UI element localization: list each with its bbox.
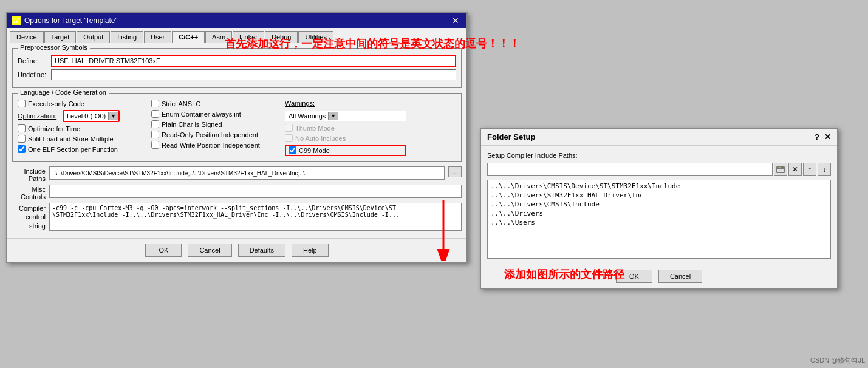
no-auto-check[interactable] — [285, 134, 293, 142]
cancel-button[interactable]: Cancel — [188, 244, 231, 257]
app-icon: W — [12, 16, 21, 25]
define-row: Define: — [18, 55, 456, 67]
list-item[interactable]: ..\..\Drivers\CMSIS\Device\ST\STM32F1xx\… — [489, 182, 829, 191]
language-group: Language / Code Generation Execute-only … — [12, 93, 462, 162]
enum-container-row: Enum Container always int — [151, 110, 285, 118]
tab-cpp[interactable]: C/C++ — [172, 31, 205, 43]
plain-char-check[interactable] — [151, 120, 159, 128]
readonly-pos-row: Read-Only Position Independent — [151, 131, 285, 138]
misc-input[interactable] — [49, 185, 462, 198]
folder-titlebar: Folder Setup ? ✕ — [481, 129, 837, 146]
optimize-time-label: Optimize for Time — [28, 125, 80, 132]
lang-section: Execute-only Code Optimization: Level 0 … — [18, 100, 456, 156]
dialog-body: Preprocessor Symbols Define: Undefine: L… — [7, 43, 466, 238]
misc-label: MiscControls — [12, 185, 46, 200]
thumb-mode-check[interactable] — [285, 124, 293, 132]
optimization-select[interactable]: Level 0 (-O0) ▼ — [63, 110, 120, 122]
readonly-pos-check[interactable] — [151, 131, 159, 138]
define-label: Define: — [18, 57, 51, 64]
defaults-button[interactable]: Defaults — [238, 244, 285, 257]
tab-listing[interactable]: Listing — [111, 31, 143, 43]
misc-row: MiscControls — [12, 185, 462, 200]
include-paths-row: IncludePaths ... — [12, 166, 462, 182]
language-content: Execute-only Code Optimization: Level 0 … — [18, 100, 456, 156]
titlebar-left: W Options for Target 'Template' — [12, 16, 117, 25]
folder-close-button[interactable]: ✕ — [824, 132, 831, 141]
split-load-check[interactable] — [18, 135, 26, 143]
main-titlebar: W Options for Target 'Template' ✕ — [7, 13, 466, 28]
ok-button[interactable]: OK — [145, 244, 182, 257]
tab-target[interactable]: Target — [44, 31, 77, 43]
c99-check[interactable] — [289, 146, 296, 154]
folder-titlebar-right: ? ✕ — [815, 132, 831, 141]
folder-cancel-button[interactable]: Cancel — [658, 270, 702, 283]
move-down-button[interactable]: ↓ — [818, 163, 831, 176]
folder-dialog: Folder Setup ? ✕ Setup Compiler Include … — [480, 128, 838, 289]
strict-ansi-row: Strict ANSI C — [151, 100, 285, 107]
optimization-arrow[interactable]: ▼ — [108, 112, 118, 120]
main-footer: OK Cancel Defaults Help — [7, 238, 466, 262]
split-load-row: Split Load and Store Multiple — [18, 135, 151, 143]
list-item[interactable]: ..\..\Drivers\CMSIS\Include — [489, 200, 829, 209]
move-up-button[interactable]: ↑ — [803, 163, 816, 176]
help-icon[interactable]: ? — [815, 132, 819, 141]
compiler-row: Compilercontrolstring -c99 -c -cpu Corte… — [12, 203, 462, 231]
optimize-time-check[interactable] — [18, 124, 26, 132]
readwrite-pos-label: Read-Write Position Independent — [162, 141, 260, 149]
one-elf-check[interactable] — [18, 145, 26, 153]
warnings-label: Warnings: — [285, 100, 406, 107]
main-close-button[interactable]: ✕ — [449, 16, 462, 26]
optimization-value: Level 0 (-O0) — [64, 112, 108, 120]
define-input[interactable] — [51, 55, 456, 67]
path-toolbar: ✕ ↑ ↓ — [487, 163, 831, 176]
delete-path-button[interactable]: ✕ — [788, 163, 802, 176]
execute-only-check[interactable] — [18, 100, 26, 107]
warnings-arrow[interactable]: ▼ — [328, 112, 338, 120]
folder-browse-button[interactable] — [774, 163, 787, 176]
setup-label: Setup Compiler Include Paths: — [487, 152, 831, 159]
language-title: Language / Code Generation — [18, 89, 109, 96]
enum-container-label: Enum Container always int — [162, 111, 241, 118]
compiler-label: Compilercontrolstring — [12, 203, 46, 230]
path-input[interactable] — [487, 163, 773, 176]
include-label: IncludePaths — [12, 166, 46, 182]
csdn-watermark: CSDN @修勾勾JL — [810, 356, 865, 365]
one-elf-row: One ELF Section per Function — [18, 145, 151, 153]
col1: Execute-only Code Optimization: Level 0 … — [18, 100, 151, 156]
include-input[interactable] — [49, 166, 445, 180]
folder-title: Folder Setup — [487, 132, 535, 141]
c99-label: C99 Mode — [299, 147, 330, 154]
main-dialog-title: Options for Target 'Template' — [24, 16, 117, 25]
execute-only-row: Execute-only Code — [18, 100, 151, 107]
preprocessor-content: Define: Undefine: — [18, 55, 456, 80]
compiler-textarea[interactable]: -c99 -c -cpu Cortex-M3 -g -O0 -apcs=inte… — [49, 203, 462, 231]
plain-char-row: Plain Char is Signed — [151, 120, 285, 128]
help-button[interactable]: Help — [292, 244, 329, 257]
enum-container-check[interactable] — [151, 110, 159, 118]
red-arrow — [425, 200, 462, 261]
tab-device[interactable]: Device — [10, 31, 44, 43]
list-item[interactable]: ..\..\Drivers\STM32F1xx_HAL_Driver\Inc — [489, 191, 829, 200]
list-item[interactable]: ..\..\Users — [489, 218, 829, 227]
undefine-row: Undefine: — [18, 69, 456, 80]
optimization-row: Optimization: Level 0 (-O0) ▼ — [18, 110, 151, 122]
one-elf-label: One ELF Section per Function — [28, 146, 118, 153]
preprocessor-group: Preprocessor Symbols Define: Undefine: — [12, 48, 462, 88]
tab-output[interactable]: Output — [77, 31, 110, 43]
folder-body: Setup Compiler Include Paths: ✕ ↑ ↓ ..\.… — [481, 146, 837, 265]
annotation-text-1: 首先添加这行，一定注意中间的符号是英文状态的逗号！！！ — [225, 36, 520, 51]
list-item[interactable]: ..\..\Drivers — [489, 209, 829, 218]
c99-row: C99 Mode — [285, 145, 406, 156]
undefine-input[interactable] — [51, 69, 456, 80]
optimize-time-row: Optimize for Time — [18, 124, 151, 132]
tab-user[interactable]: User — [144, 31, 171, 43]
warnings-select[interactable]: All Warnings ▼ — [285, 111, 406, 121]
annotation-text-2: 添加如图所示的文件路径 — [504, 267, 624, 282]
include-browse-button[interactable]: ... — [448, 166, 462, 177]
path-list: ..\..\Drivers\CMSIS\Device\ST\STM32F1xx\… — [487, 180, 831, 259]
split-load-label: Split Load and Store Multiple — [28, 135, 114, 143]
strict-ansi-check[interactable] — [151, 100, 159, 107]
readwrite-pos-check[interactable] — [151, 141, 159, 149]
warnings-value: All Warnings — [286, 112, 328, 120]
readonly-pos-label: Read-Only Position Independent — [162, 131, 258, 138]
